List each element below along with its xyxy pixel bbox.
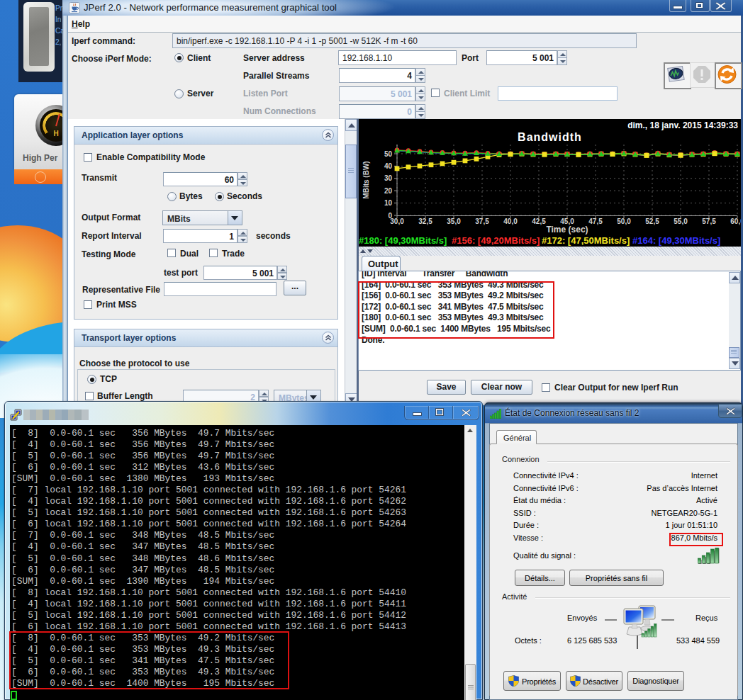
svg-text:30: 30 bbox=[384, 174, 393, 182]
svg-text:55,0: 55,0 bbox=[674, 218, 688, 225]
svg-text:40: 40 bbox=[384, 162, 393, 170]
svg-text:37,5: 37,5 bbox=[475, 218, 489, 225]
svg-text:MBits (BW): MBits (BW) bbox=[362, 161, 370, 198]
svg-text:20: 20 bbox=[384, 187, 393, 195]
svg-text:42,5: 42,5 bbox=[532, 218, 546, 225]
svg-text:57,5: 57,5 bbox=[702, 218, 716, 225]
svg-text:32,5: 32,5 bbox=[418, 218, 432, 225]
svg-text:50,0: 50,0 bbox=[617, 218, 631, 225]
svg-text:10: 10 bbox=[384, 199, 393, 207]
svg-text:52,5: 52,5 bbox=[645, 218, 659, 225]
svg-text:30,0: 30,0 bbox=[390, 218, 404, 225]
svg-text:40,0: 40,0 bbox=[503, 218, 518, 225]
svg-text:60,0: 60,0 bbox=[730, 218, 741, 225]
svg-text:35,0: 35,0 bbox=[447, 218, 461, 225]
svg-text:47,5: 47,5 bbox=[588, 218, 603, 225]
svg-text:50: 50 bbox=[384, 150, 393, 158]
